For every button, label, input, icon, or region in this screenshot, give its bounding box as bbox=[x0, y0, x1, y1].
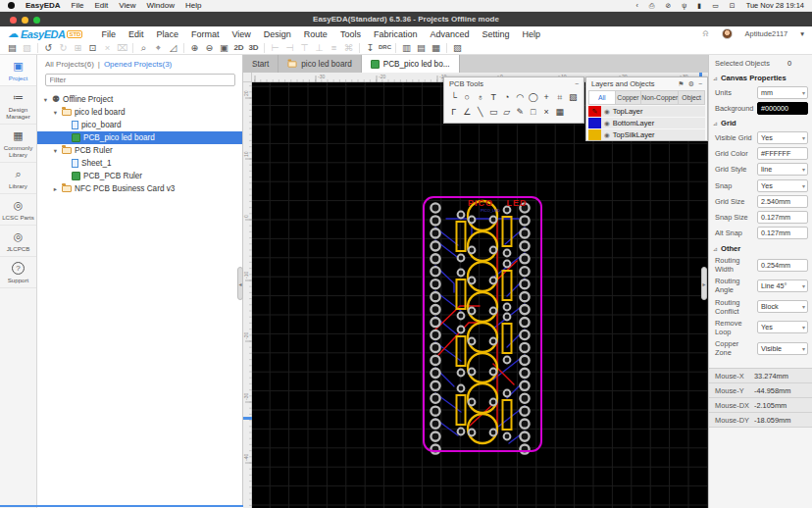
macos-menu-easyeda[interactable]: EasyEDA bbox=[25, 1, 61, 10]
layer-row-topsilklayer[interactable]: ◉TopSilkLayer bbox=[588, 129, 705, 140]
menu-view[interactable]: View bbox=[231, 29, 250, 39]
close-window-button[interactable] bbox=[10, 17, 17, 24]
opened-projects-link[interactable]: Opened Projects(3) bbox=[104, 60, 172, 69]
status-icon-3[interactable]: ψ bbox=[682, 2, 686, 9]
minimize-panel-icon[interactable]: − bbox=[575, 80, 579, 87]
copper-area-icon[interactable]: ▥ bbox=[399, 41, 414, 54]
status-icon-6[interactable]: ⊡ bbox=[730, 2, 736, 10]
tree-item[interactable]: ▾⚉Offline Project bbox=[37, 93, 242, 106]
layer-color-swatch[interactable] bbox=[588, 129, 601, 140]
property-background-input[interactable]: #000000 bbox=[757, 102, 808, 115]
caret-icon[interactable]: ▸ bbox=[52, 185, 59, 193]
arc-icon[interactable]: ◔ bbox=[500, 90, 514, 105]
sidebar-item-support[interactable]: ?Support bbox=[0, 257, 36, 288]
menu-setting[interactable]: Setting bbox=[482, 29, 509, 39]
sidebar-item-project[interactable]: ▣Project bbox=[0, 55, 36, 86]
circle-icon[interactable]: ○ bbox=[461, 90, 475, 105]
section-header-canvas-properties[interactable]: ⊿Canvas Properties bbox=[709, 71, 812, 84]
solid-region-icon[interactable]: ▤ bbox=[414, 41, 429, 54]
menu-help[interactable]: Help bbox=[523, 29, 541, 39]
user-caret-icon[interactable]: ▾ bbox=[800, 29, 804, 38]
zoom-in-icon[interactable]: ⊕ bbox=[187, 41, 202, 54]
tab-start[interactable]: Start bbox=[243, 55, 279, 73]
sidebar-item-commonly-library[interactable]: ▦Commonly Library bbox=[0, 125, 36, 163]
menu-fabrication[interactable]: Fabrication bbox=[374, 29, 418, 39]
menu-design[interactable]: Design bbox=[264, 29, 291, 39]
sidebar-item-lcsc-parts[interactable]: ◎LCSC Parts bbox=[0, 194, 36, 226]
all-projects-link[interactable]: All Projects(6) bbox=[45, 60, 94, 69]
tree-item[interactable]: PCB_pico led board bbox=[37, 131, 242, 144]
dimension-icon[interactable]: ⌗ bbox=[553, 90, 567, 105]
user-avatar[interactable] bbox=[722, 28, 733, 39]
section-header-grid[interactable]: ⊿Grid bbox=[709, 116, 812, 129]
menu-tools[interactable]: Tools bbox=[340, 29, 361, 39]
status-icon-2[interactable]: ⊘ bbox=[665, 2, 671, 10]
layers-titlebar[interactable]: Layers and Objects ⚑ ⚙ − bbox=[586, 77, 707, 90]
macos-menu-file[interactable]: File bbox=[72, 1, 84, 10]
caret-icon[interactable]: ▾ bbox=[52, 109, 59, 117]
zoom-out-icon[interactable]: ⊖ bbox=[202, 41, 217, 54]
property-routing-conflict-select[interactable]: Block bbox=[757, 300, 808, 313]
board-outline-icon[interactable]: ▦ bbox=[429, 41, 443, 54]
macos-menu-window[interactable]: Window bbox=[146, 1, 174, 10]
property-grid-style-select[interactable]: line bbox=[757, 163, 808, 176]
macos-menu-view[interactable]: View bbox=[119, 1, 135, 10]
tree-item[interactable]: PCB_PCB Ruler bbox=[37, 170, 242, 182]
apple-logo-icon[interactable] bbox=[8, 2, 15, 9]
sidebar-item-jlcpcb[interactable]: ◎JLCPCB bbox=[0, 226, 36, 257]
caret-icon[interactable]: ▾ bbox=[52, 147, 59, 155]
collapse-left-panel-handle[interactable]: ◂ bbox=[237, 267, 243, 300]
layers-tab-object[interactable]: Object bbox=[679, 90, 705, 105]
sidebar-item-design-manager[interactable]: ≔Design Manager bbox=[0, 86, 36, 125]
property-grid-color-input[interactable]: #FFFFFF bbox=[757, 147, 808, 160]
text-icon[interactable]: T bbox=[487, 90, 501, 105]
drag-icon[interactable]: + bbox=[540, 90, 554, 105]
filter-input[interactable] bbox=[45, 74, 235, 86]
property-routing-width-input[interactable]: 0.254mm bbox=[757, 259, 808, 272]
layer-color-swatch[interactable]: ✎ bbox=[588, 106, 601, 117]
property-routing-angle-select[interactable]: Line 45° bbox=[757, 279, 808, 292]
property-copper-zone-select[interactable]: Visible bbox=[757, 342, 808, 355]
status-icon-4[interactable]: ▮ bbox=[697, 2, 701, 10]
easyeda-logo[interactable]: ☁ EasyEDA STD bbox=[8, 27, 82, 40]
tree-item[interactable]: ▾PCB Ruler bbox=[37, 144, 242, 157]
undo-icon[interactable]: ↺ bbox=[41, 41, 56, 54]
property-visible-grid-select[interactable]: Yes bbox=[757, 131, 808, 144]
pen-icon[interactable]: ✎ bbox=[514, 105, 528, 120]
track-icon[interactable]: └ bbox=[447, 90, 461, 105]
layer-visibility-eye-icon[interactable]: ◉ bbox=[604, 108, 610, 116]
minimize-window-button[interactable] bbox=[22, 17, 28, 24]
import-icon[interactable]: ↧ bbox=[363, 41, 378, 54]
property-grid-size-input[interactable]: 2.540mm bbox=[757, 195, 808, 208]
property-remove-loop-select[interactable]: Yes bbox=[757, 321, 808, 333]
section-header-other[interactable]: ⊿Other bbox=[709, 241, 812, 255]
status-icon-0[interactable]: ‹ bbox=[635, 2, 637, 9]
layer-color-swatch[interactable] bbox=[588, 118, 601, 128]
layers-tab-copper[interactable]: Copper bbox=[616, 90, 642, 105]
macos-menu-help[interactable]: Help bbox=[185, 1, 201, 10]
menu-format[interactable]: Format bbox=[191, 29, 220, 39]
property-alt-snap-input[interactable]: 0.127mm bbox=[757, 227, 808, 239]
flip-icon[interactable]: × bbox=[540, 105, 554, 120]
tree-item[interactable]: ▾pico led board bbox=[37, 106, 242, 119]
polygon-icon[interactable]: ▱ bbox=[500, 105, 514, 120]
view-2d-button[interactable]: 2D bbox=[231, 41, 246, 54]
maximize-window-button[interactable] bbox=[33, 17, 40, 24]
photo-view-icon[interactable]: ▧ bbox=[450, 41, 465, 54]
tab-pcb-pico-led-bo-[interactable]: PCB_pico led bo... bbox=[362, 55, 460, 73]
tree-item[interactable]: ▸NFC PCB Business Card v3 bbox=[37, 182, 242, 195]
pcb-tools-titlebar[interactable]: PCB Tools − bbox=[444, 77, 584, 90]
canvas-image-icon[interactable]: ▧ bbox=[567, 90, 581, 105]
username-label[interactable]: Aptitude2117 bbox=[745, 29, 788, 38]
rect-icon[interactable]: □ bbox=[527, 105, 540, 120]
search-icon[interactable]: ⌕ bbox=[136, 41, 151, 54]
menu-file[interactable]: File bbox=[101, 29, 116, 39]
caret-icon[interactable]: ▾ bbox=[42, 96, 49, 104]
pcb-canvas[interactable]: PICOLEDPICO_LED bbox=[252, 82, 708, 508]
via-icon[interactable]: ♁ bbox=[474, 90, 487, 105]
layer-visibility-eye-icon[interactable]: ◉ bbox=[604, 131, 610, 139]
view-3d-button[interactable]: 3D bbox=[246, 41, 261, 54]
status-icon-1[interactable]: ⎙ bbox=[649, 2, 655, 10]
menu-route[interactable]: Route bbox=[304, 29, 328, 39]
drc-check-icon[interactable]: DRC bbox=[378, 41, 392, 54]
